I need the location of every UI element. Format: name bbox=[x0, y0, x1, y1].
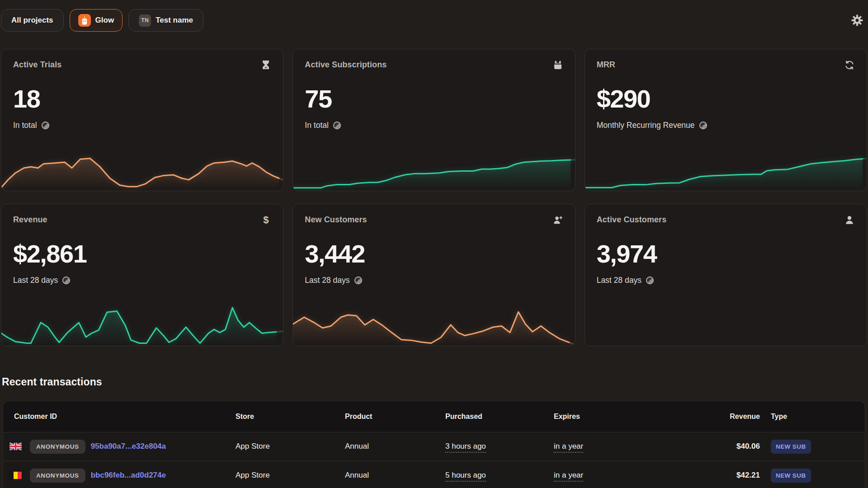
column-header-product: Product bbox=[338, 401, 438, 432]
store-cell: App Store bbox=[228, 432, 338, 461]
belgium-flag-icon bbox=[9, 471, 22, 479]
column-header-store: Store bbox=[228, 401, 338, 432]
metric-cards-grid: Active Trials 18 In total Active Subscri… bbox=[1, 49, 867, 346]
card-header: Revenue $ bbox=[13, 215, 271, 225]
transactions-table: Customer ID Store Product Purchased Expi… bbox=[3, 401, 865, 488]
card-new-customers[interactable]: New Customers 3,442 Last 28 days bbox=[292, 204, 575, 346]
column-header-type: Type bbox=[760, 401, 865, 432]
column-header-purchased: Purchased bbox=[438, 401, 547, 432]
card-subtitle-row: Last 28 days bbox=[305, 276, 563, 285]
settings-gear-icon[interactable] bbox=[851, 14, 863, 27]
uk-flag-icon bbox=[9, 442, 22, 450]
card-active-customers[interactable]: Active Customers 3,974 Last 28 days bbox=[585, 204, 867, 346]
card-title: Active Trials bbox=[13, 60, 61, 70]
project-glow-button[interactable]: Glow bbox=[70, 9, 123, 32]
time-period-icon bbox=[62, 276, 71, 285]
card-header: Active Subscriptions bbox=[305, 60, 563, 70]
card-title: New Customers bbox=[305, 215, 367, 225]
all-projects-button[interactable]: All projects bbox=[1, 9, 64, 32]
card-subtitle: Last 28 days bbox=[13, 276, 58, 285]
time-period-icon bbox=[646, 276, 654, 285]
new-sub-badge: NEW SUB bbox=[771, 469, 811, 483]
sparkline-chart bbox=[1, 302, 283, 346]
card-header: New Customers bbox=[305, 215, 563, 225]
card-subtitle: Last 28 days bbox=[597, 276, 642, 285]
card-value: 3,442 bbox=[305, 239, 563, 268]
store-cell: App Store bbox=[228, 461, 338, 488]
card-title: Active Subscriptions bbox=[305, 60, 387, 70]
card-value: $290 bbox=[597, 84, 855, 113]
card-subtitle-row: In total bbox=[13, 121, 271, 130]
anonymous-badge: ANONYMOUS bbox=[30, 440, 85, 454]
hourglass-icon bbox=[260, 60, 271, 70]
card-revenue[interactable]: Revenue $ $2,861 Last 28 days bbox=[1, 204, 283, 346]
card-active-subscriptions[interactable]: Active Subscriptions 75 In total bbox=[292, 49, 575, 191]
new-sub-badge: NEW SUB bbox=[771, 440, 811, 454]
sparkline-chart bbox=[1, 147, 283, 191]
card-title: Active Customers bbox=[597, 215, 667, 225]
customer-cell: ANONYMOUS bbc96feb...ad0d274e bbox=[9, 469, 228, 483]
product-cell: Annual bbox=[338, 432, 438, 461]
transactions-table-header: Customer ID Store Product Purchased Expi… bbox=[3, 401, 865, 432]
recent-transactions-heading: Recent transactions bbox=[2, 376, 867, 388]
purchased-time[interactable]: 5 hours ago bbox=[445, 471, 486, 482]
customer-id-link[interactable]: bbc96feb...ad0d274e bbox=[91, 471, 166, 480]
time-period-icon bbox=[354, 276, 363, 285]
card-subtitle: In total bbox=[305, 121, 329, 130]
sparkline-chart bbox=[293, 302, 575, 346]
card-value: $2,861 bbox=[13, 239, 271, 268]
topbar: All projects Glow TN Test name bbox=[1, 0, 867, 32]
transaction-row[interactable]: ANONYMOUS bbc96feb...ad0d274e App Store … bbox=[3, 461, 865, 488]
sparkline-chart bbox=[293, 147, 575, 191]
card-header: Active Customers bbox=[597, 215, 855, 225]
card-subtitle-row: Last 28 days bbox=[597, 276, 855, 285]
card-title: Revenue bbox=[13, 215, 47, 225]
card-value: 18 bbox=[13, 84, 271, 113]
revenue-cell: $42.21 bbox=[709, 461, 760, 488]
column-header-revenue: Revenue bbox=[709, 401, 760, 432]
dollar-icon: $ bbox=[260, 215, 271, 225]
candle-app-icon bbox=[78, 14, 91, 27]
project-test-name-button[interactable]: TN Test name bbox=[128, 9, 203, 32]
transaction-row[interactable]: ANONYMOUS 95ba90a7...e32e804a App Store … bbox=[3, 432, 865, 461]
project-test-name-label: Test name bbox=[156, 16, 193, 25]
refresh-icon bbox=[844, 60, 855, 70]
expires-time[interactable]: in a year bbox=[554, 442, 583, 453]
time-period-icon bbox=[699, 121, 708, 130]
test-name-initials-badge: TN bbox=[139, 14, 151, 27]
dashboard-page: All projects Glow TN Test name Active Tr… bbox=[0, 0, 868, 488]
card-subtitle-row: In total bbox=[305, 121, 563, 130]
card-subtitle: Monthly Recurring Revenue bbox=[597, 121, 695, 130]
card-header: MRR bbox=[597, 60, 855, 70]
sparkline-chart bbox=[585, 147, 867, 191]
expires-time[interactable]: in a year bbox=[554, 471, 583, 482]
anonymous-badge: ANONYMOUS bbox=[30, 469, 85, 483]
purchased-time[interactable]: 3 hours ago bbox=[445, 442, 486, 453]
calendar-icon bbox=[552, 60, 563, 70]
product-cell: Annual bbox=[338, 461, 438, 488]
card-subtitle: Last 28 days bbox=[305, 276, 349, 285]
revenue-cell: $40.06 bbox=[709, 432, 760, 461]
card-value: 3,974 bbox=[597, 239, 855, 268]
project-glow-label: Glow bbox=[95, 16, 114, 25]
card-subtitle-row: Last 28 days bbox=[13, 276, 271, 285]
customer-id-link[interactable]: 95ba90a7...e32e804a bbox=[91, 442, 166, 451]
column-header-customer-id: Customer ID bbox=[3, 401, 228, 432]
time-period-icon bbox=[41, 121, 50, 130]
card-active-trials[interactable]: Active Trials 18 In total bbox=[1, 49, 283, 191]
person-icon bbox=[844, 215, 855, 225]
customer-cell: ANONYMOUS 95ba90a7...e32e804a bbox=[9, 440, 228, 454]
card-value: 75 bbox=[305, 84, 563, 113]
all-projects-label: All projects bbox=[11, 16, 53, 25]
time-period-icon bbox=[333, 121, 341, 130]
card-subtitle: In total bbox=[13, 121, 37, 130]
card-title: MRR bbox=[597, 60, 615, 70]
person-plus-icon bbox=[552, 215, 563, 225]
card-header: Active Trials bbox=[13, 60, 271, 70]
card-mrr[interactable]: MRR $290 Monthly Recurring Revenue bbox=[585, 49, 867, 191]
card-subtitle-row: Monthly Recurring Revenue bbox=[597, 121, 855, 130]
column-header-expires: Expires bbox=[547, 401, 709, 432]
